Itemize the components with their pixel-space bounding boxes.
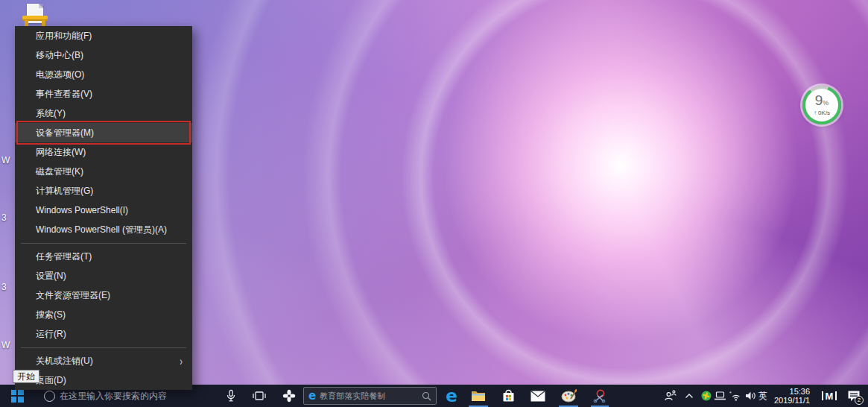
taskbar-file-explorer-button[interactable] — [468, 385, 489, 407]
windows-logo-icon — [11, 390, 24, 403]
menu-item-apps-features[interactable]: 应用和功能(F) — [15, 26, 192, 45]
magnifier-icon — [422, 391, 431, 401]
pc-manager-button[interactable]: M — [818, 385, 840, 407]
menu-item-shutdown-signout[interactable]: 关机或注销(U) › — [15, 351, 192, 370]
pinwheel-app-icon[interactable] — [279, 385, 300, 407]
menu-item-desktop[interactable]: 桌面(D) — [15, 370, 192, 390]
mail-envelope-icon — [530, 391, 545, 402]
clamp-leg-icon — [42, 20, 45, 26]
menu-item-disk-management[interactable]: 磁盘管理(K) — [15, 162, 192, 181]
laptop-icon — [714, 391, 726, 401]
desktop-label-fragment: 3 — [1, 212, 7, 223]
menu-item-search[interactable]: 搜索(S) — [15, 305, 192, 324]
upload-arrow-icon: ↑ — [814, 110, 817, 116]
desktop-shortcut-icon[interactable] — [22, 4, 48, 26]
clock-button[interactable]: 15:36 2019/11/1 — [772, 385, 812, 407]
percent-sign: % — [823, 99, 829, 107]
menu-item-run[interactable]: 运行(R) — [15, 324, 192, 344]
speed-monitor-face: 9% ↑ 0K/s — [805, 89, 838, 122]
taskbar-paint-button[interactable] — [557, 385, 580, 407]
taskbar-store-button[interactable] — [498, 385, 519, 407]
notification-count-badge: 2 — [855, 396, 864, 405]
menu-item-label: 关机或注销(U) — [36, 356, 93, 366]
taskbar-edge-button[interactable]: e — [441, 385, 462, 407]
menu-separator — [15, 239, 192, 247]
taskbar-sniptool-button[interactable] — [589, 385, 611, 407]
pc-manager-icon: M — [822, 391, 837, 402]
menu-item-file-explorer[interactable]: 文件资源管理器(E) — [15, 285, 192, 305]
tray-date: 2019/11/1 — [774, 396, 810, 406]
action-center-button[interactable]: 2 — [843, 385, 864, 407]
menu-item-task-manager[interactable]: 任务管理器(T) — [15, 247, 192, 266]
desktop-label-fragment: W — [1, 155, 10, 165]
laptop-tray-button[interactable] — [712, 385, 728, 407]
ime-language-button[interactable]: 英 — [755, 385, 770, 407]
menu-item-system[interactable]: 系统(Y) — [15, 104, 192, 123]
wifi-tray-button[interactable]: * — [727, 385, 744, 407]
menu-item-powershell-admin[interactable]: Windows PowerShell (管理员)(A) — [15, 220, 192, 239]
menu-item-event-viewer[interactable]: 事件查看器(V) — [15, 84, 192, 104]
start-tooltip: 开始 — [13, 370, 39, 383]
upload-speed: 0K/s — [818, 110, 830, 116]
menu-item-device-manager[interactable]: 设备管理器(M) — [15, 123, 192, 142]
speaker-icon — [745, 391, 756, 401]
paint-palette-icon — [561, 389, 577, 403]
search-placeholder: 在这里输入你要搜索的内容 — [60, 390, 167, 403]
menu-item-powershell[interactable]: Windows PowerShell(I) — [15, 201, 192, 220]
windows-desktop: W 3 3 W 9% ↑ 0K/s 应用和功能(F) 移动中心(B) 电源选项(… — [0, 0, 868, 407]
news-headline: 教育部落实陪餐制 — [320, 391, 418, 402]
memory-percent: 9 — [815, 92, 823, 108]
menu-item-mobility-center[interactable]: 移动中心(B) — [15, 45, 192, 65]
people-button[interactable] — [662, 385, 678, 407]
edge-browser-icon: e — [446, 388, 457, 404]
menu-item-network-connections[interactable]: 网络连接(W) — [15, 142, 192, 162]
page-fold-icon — [39, 4, 43, 8]
desktop-label-fragment: W — [1, 340, 10, 350]
menu-item-settings[interactable]: 设置(N) — [15, 266, 192, 285]
wifi-disconnected-icon: * — [729, 391, 742, 401]
winx-context-menu: 应用和功能(F) 移动中心(B) 电源选项(O) 事件查看器(V) 系统(Y) … — [15, 26, 192, 390]
language-indicator: 英 — [758, 390, 767, 403]
taskbar-mail-button[interactable] — [528, 385, 548, 407]
edge-icon: e — [308, 391, 316, 402]
desktop-label-fragment: 3 — [1, 282, 7, 292]
news-search-widget[interactable]: e 教育部落实陪餐制 — [303, 387, 437, 405]
snip-tool-icon — [592, 389, 607, 403]
menu-separator — [15, 344, 192, 351]
chevron-up-icon — [685, 393, 694, 399]
hidden-icons-button[interactable] — [681, 385, 697, 407]
tray-time: 15:36 — [790, 387, 811, 397]
speed-monitor-badge[interactable]: 9% ↑ 0K/s — [802, 86, 841, 124]
microphone-icon[interactable] — [222, 385, 240, 407]
pc-manager-glyph: M — [826, 391, 834, 402]
task-view-button[interactable] — [250, 385, 269, 407]
antivirus-green-icon — [701, 391, 712, 401]
menu-item-power-options[interactable]: 电源选项(O) — [15, 65, 192, 84]
menu-item-computer-management[interactable]: 计算机管理(G) — [15, 181, 192, 201]
store-bag-icon — [502, 389, 515, 403]
people-icon — [664, 390, 677, 402]
clamp-leg-icon — [25, 20, 28, 26]
svg-text:*: * — [729, 391, 732, 396]
folder-icon — [471, 390, 486, 402]
